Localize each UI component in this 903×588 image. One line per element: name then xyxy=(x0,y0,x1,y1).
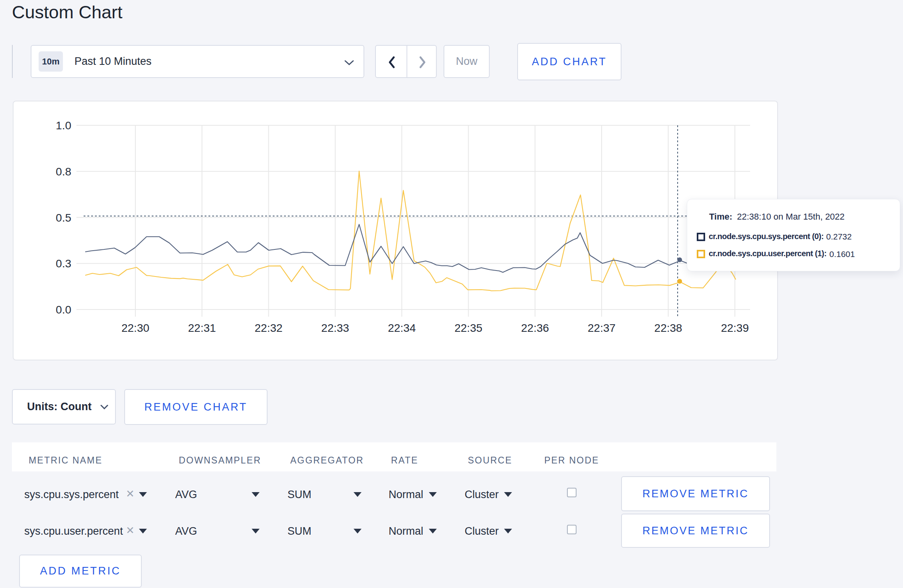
svg-text:0.3: 0.3 xyxy=(56,257,71,270)
svg-text:22:35: 22:35 xyxy=(454,322,482,334)
svg-text:1.0: 1.0 xyxy=(56,119,71,132)
svg-text:22:36: 22:36 xyxy=(521,322,549,334)
svg-text:22:30: 22:30 xyxy=(121,322,149,334)
svg-text:22:37: 22:37 xyxy=(588,322,616,334)
svg-text:22:31: 22:31 xyxy=(188,322,216,334)
svg-text:22:34: 22:34 xyxy=(388,322,416,334)
svg-text:22:39: 22:39 xyxy=(721,322,749,334)
svg-text:0.0: 0.0 xyxy=(56,304,71,316)
svg-text:22:32: 22:32 xyxy=(255,322,283,334)
svg-text:0.5: 0.5 xyxy=(56,212,71,224)
svg-text:0.8: 0.8 xyxy=(56,165,71,178)
svg-text:22:38: 22:38 xyxy=(654,322,682,334)
svg-text:22:33: 22:33 xyxy=(321,322,349,334)
